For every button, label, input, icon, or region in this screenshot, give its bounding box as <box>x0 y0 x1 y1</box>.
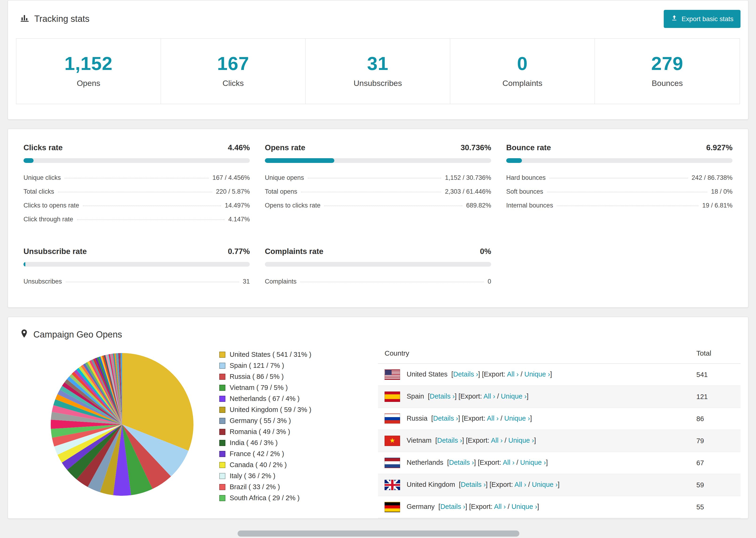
country-total: 55 <box>690 496 740 518</box>
stat-summary-grid: 1,152 Opens 167 Clicks 31 Unsubscribes 0… <box>16 38 740 104</box>
page-title: Tracking stats <box>20 13 89 25</box>
export-all-link[interactable]: All › <box>507 370 519 378</box>
geo-opens-pie-chart[interactable] <box>49 351 195 497</box>
stat-unsubscribes: 31 Unsubscribes <box>306 39 450 104</box>
geo-opens-table: Country Total United States [Details ›] … <box>378 343 740 518</box>
stat-complaints-label: Complaints <box>450 79 594 88</box>
geo-opens-card: Campaign Geo Opens United States ( 541 /… <box>8 317 748 519</box>
legend-item: Brazil ( 33 / 2% ) <box>219 483 351 491</box>
legend-item: Italy ( 36 / 2% ) <box>219 472 351 480</box>
details-link[interactable]: Details › <box>433 414 458 422</box>
complaints-rate-bar <box>265 262 491 267</box>
geo-table-wrap: Country Total United States [Details ›] … <box>378 343 740 518</box>
country-name: United States <box>406 370 448 378</box>
export-label: Export: <box>468 437 490 444</box>
clicks-rate-bar <box>24 158 250 163</box>
rate-panel-complaints: Complaints rate 0% Complaints0 <box>265 247 491 289</box>
geo-table-row: Germany [Details ›] [Export: All › / Uni… <box>378 496 740 518</box>
country-name: United Kingdom <box>406 481 455 488</box>
legend-swatch <box>219 495 225 501</box>
tracking-stats-card: Tracking stats Export basic stats 1,152 … <box>8 0 748 120</box>
stat-bounces-value: 279 <box>595 53 739 75</box>
export-label: Export: <box>491 481 513 488</box>
stat-row: Total opens2,303 / 61.446% <box>265 185 491 198</box>
geo-pie-legend: United States ( 541 / 31% )Spain ( 121 /… <box>219 351 351 505</box>
stat-row: Unique opens1,152 / 30.736% <box>265 171 491 185</box>
export-unique-link[interactable]: Unique › <box>524 370 550 378</box>
column-header-total: Total <box>690 343 740 364</box>
stat-opens: 1,152 Opens <box>17 39 161 104</box>
legend-item: Netherlands ( 67 / 4% ) <box>219 395 351 403</box>
stat-complaints-value: 0 <box>450 53 594 75</box>
export-all-link[interactable]: All › <box>514 481 526 488</box>
export-unique-link[interactable]: Unique › <box>520 459 546 466</box>
country-total: 86 <box>690 408 740 430</box>
geo-table-row: United Kingdom [Details ›] [Export: All … <box>378 474 740 496</box>
details-link[interactable]: Details › <box>460 481 486 488</box>
export-all-link[interactable]: All › <box>491 437 503 444</box>
legend-item: India ( 46 / 3% ) <box>219 439 351 447</box>
legend-swatch <box>219 429 225 435</box>
export-basic-stats-button[interactable]: Export basic stats <box>664 10 740 28</box>
export-unique-link[interactable]: Unique › <box>512 503 537 510</box>
export-unique-link[interactable]: Unique › <box>504 414 530 422</box>
tracking-stats-title: Tracking stats <box>34 14 89 24</box>
legend-swatch <box>219 473 225 479</box>
country-flag-icon <box>385 502 400 512</box>
clicks-rate-value: 4.46% <box>228 143 250 152</box>
export-all-link[interactable]: All › <box>503 459 514 466</box>
export-upload-icon <box>671 15 678 23</box>
legend-swatch <box>219 440 225 446</box>
legend-item: Spain ( 121 / 7% ) <box>219 362 351 369</box>
horizontal-scrollbar-thumb[interactable] <box>238 530 519 537</box>
stat-opens-value: 1,152 <box>17 53 161 75</box>
export-all-link[interactable]: All › <box>483 393 495 400</box>
country-flag-icon <box>385 392 400 402</box>
geo-table-row: Russia [Details ›] [Export: All › / Uniq… <box>378 408 740 430</box>
country-total: 67 <box>690 452 740 474</box>
bounce-rate-bar <box>506 158 732 163</box>
export-unique-link[interactable]: Unique › <box>501 393 527 400</box>
bounce-rate-title: Bounce rate <box>506 143 551 152</box>
stat-opens-label: Opens <box>17 79 161 88</box>
stat-row: Soft bounces18 / 0% <box>506 185 732 198</box>
stat-clicks: 167 Clicks <box>161 39 306 104</box>
details-link[interactable]: Details › <box>440 503 465 510</box>
export-label: Export: <box>480 459 501 466</box>
country-name: Germany <box>406 503 435 510</box>
export-all-link[interactable]: All › <box>487 414 499 422</box>
opens-rate-title: Opens rate <box>265 143 305 152</box>
details-link[interactable]: Details › <box>437 437 462 444</box>
export-label: Export: <box>471 503 493 510</box>
opens-rate-value: 30.736% <box>460 143 491 152</box>
stat-bounces-label: Bounces <box>595 79 739 88</box>
legend-swatch <box>219 363 225 369</box>
geo-table-row: United States [Details ›] [Export: All ›… <box>378 364 740 386</box>
legend-item: Russia ( 86 / 5% ) <box>219 373 351 381</box>
stat-unsubscribes-value: 31 <box>306 53 450 75</box>
details-link[interactable]: Details › <box>430 393 455 400</box>
geo-pie-wrap <box>8 343 219 513</box>
unsubscribe-rate-title: Unsubscribe rate <box>24 247 87 256</box>
legend-item: South Africa ( 29 / 2% ) <box>219 494 351 502</box>
details-link[interactable]: Details › <box>449 459 474 466</box>
stat-row: Hard bounces242 / 86.738% <box>506 171 732 185</box>
legend-swatch <box>219 351 225 358</box>
export-unique-link[interactable]: Unique › <box>532 481 558 488</box>
geo-opens-header: Campaign Geo Opens <box>8 317 748 343</box>
stat-row: Clicks to opens rate14.497% <box>24 198 250 212</box>
legend-swatch <box>219 407 225 413</box>
export-all-link[interactable]: All › <box>494 503 506 510</box>
geo-table-row: Vietnam [Details ›] [Export: All › / Uni… <box>378 430 740 452</box>
stat-complaints: 0 Complaints <box>450 39 595 104</box>
country-flag-icon <box>385 458 400 468</box>
details-link[interactable]: Details › <box>453 370 478 378</box>
geo-table-header-row: Country Total <box>378 343 740 364</box>
country-flag-icon <box>385 369 400 380</box>
stat-clicks-value: 167 <box>161 53 305 75</box>
country-total: 541 <box>690 364 740 386</box>
bounce-rate-value: 6.927% <box>706 143 732 152</box>
export-unique-link[interactable]: Unique › <box>508 437 534 444</box>
geo-opens-title: Campaign Geo Opens <box>33 330 122 340</box>
stat-row: Opens to clicks rate689.82% <box>265 198 491 212</box>
